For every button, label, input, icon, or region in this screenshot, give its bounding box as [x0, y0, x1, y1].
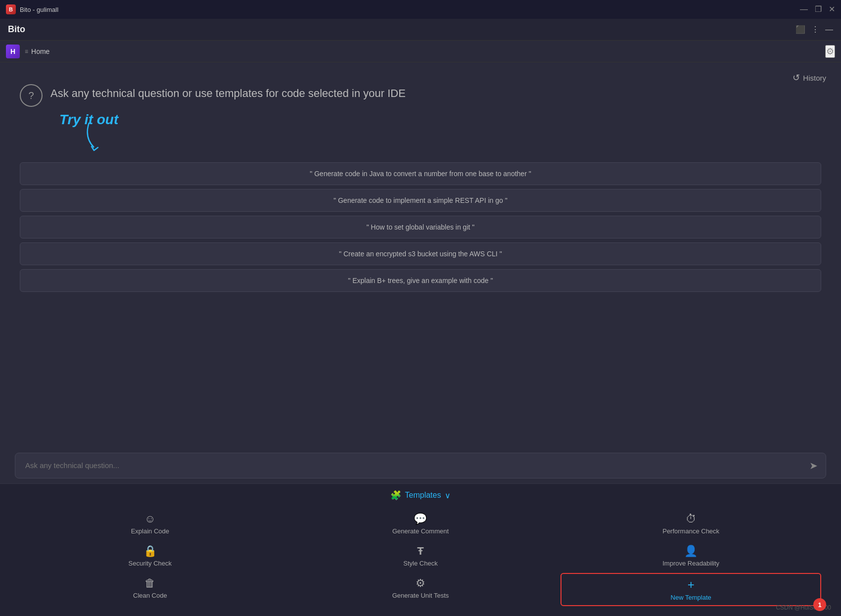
user-avatar: H	[6, 45, 20, 58]
close-button[interactable]: ✕	[829, 5, 835, 13]
explain-code-icon: ☺	[144, 513, 155, 525]
templates-grid-icon: 🧩	[390, 490, 401, 501]
template-clean-code[interactable]: 🗑 Clean Code	[20, 573, 280, 606]
history-button[interactable]: ↺ History	[793, 72, 826, 83]
template-generate-unit-tests[interactable]: ⚙ Generate Unit Tests	[290, 573, 551, 606]
settings-button[interactable]: ⚙	[825, 45, 835, 58]
generate-comment-icon: 💬	[414, 513, 427, 525]
history-label: History	[803, 74, 826, 82]
prompt-item[interactable]: " How to set global variables in git "	[20, 216, 821, 238]
template-performance-check[interactable]: ⏱ Performance Check	[561, 509, 821, 539]
more-options-button[interactable]: ⋮	[811, 25, 819, 34]
clean-code-icon: 🗑	[144, 577, 155, 590]
hero-question: ? Ask any technical question or use temp…	[20, 82, 821, 107]
prompt-item[interactable]: " Create an encrypted s3 bucket using th…	[20, 242, 821, 265]
question-input[interactable]	[25, 461, 801, 470]
history-icon: ↺	[793, 72, 800, 83]
tab-menu-icon: ≡	[25, 48, 28, 55]
performance-check-label: Performance Check	[662, 527, 719, 535]
input-wrapper: ➤	[15, 453, 826, 478]
send-button[interactable]: ➤	[809, 460, 818, 472]
template-improve-readability[interactable]: 👤 Improve Readability	[561, 541, 821, 571]
main-content: ↺ History ? Ask any technical question o…	[0, 62, 841, 616]
templates-grid: ☺ Explain Code 💬 Generate Comment ⏱ Perf…	[20, 509, 821, 606]
improve-readability-label: Improve Readability	[662, 560, 719, 567]
new-template-plus-icon: +	[688, 578, 695, 592]
step-badge: 1	[813, 598, 826, 611]
prompt-item[interactable]: " Explain B+ trees, give an example with…	[20, 269, 821, 292]
tab-bar: H ≡ Home ⚙	[0, 41, 841, 62]
tab-label-text: Home	[31, 47, 49, 55]
menu-bar-left: Bito	[8, 24, 25, 35]
question-icon: ?	[20, 84, 43, 107]
generate-unit-tests-label: Generate Unit Tests	[392, 592, 449, 599]
menu-bar: Bito ⬛ ⋮ —	[0, 19, 841, 41]
sample-prompts: " Generate code in Java to convert a num…	[20, 162, 821, 292]
performance-check-icon: ⏱	[686, 513, 697, 525]
generate-unit-tests-icon: ⚙	[416, 577, 425, 590]
bito-brand-title: Bito	[8, 24, 25, 35]
app-icon: B	[6, 4, 16, 14]
try-it-arrow	[79, 118, 119, 157]
template-security-check[interactable]: 🔒 Security Check	[20, 541, 280, 571]
generate-comment-label: Generate Comment	[392, 527, 449, 535]
prompt-item[interactable]: " Generate code in Java to convert a num…	[20, 162, 821, 185]
title-bar-left: B Bito - gulimall	[6, 4, 58, 14]
minimize-button[interactable]: —	[800, 5, 808, 13]
new-template-label: New Template	[671, 594, 711, 601]
security-check-label: Security Check	[129, 560, 172, 567]
style-check-icon: Ŧ	[417, 545, 423, 558]
title-bar: B Bito - gulimall — ❐ ✕	[0, 0, 841, 19]
home-tab[interactable]: ≡ Home	[25, 47, 49, 55]
templates-label: Templates	[405, 491, 441, 500]
prompt-item[interactable]: " Generate code to implement a simple RE…	[20, 189, 821, 212]
template-style-check[interactable]: Ŧ Style Check	[290, 541, 551, 571]
template-generate-comment[interactable]: 💬 Generate Comment	[290, 509, 551, 539]
clean-code-label: Clean Code	[133, 592, 167, 599]
hero-area: ? Ask any technical question or use temp…	[0, 62, 841, 453]
style-check-label: Style Check	[403, 560, 437, 567]
collapse-button[interactable]: —	[825, 25, 833, 34]
hero-description: Ask any technical question or use templa…	[50, 82, 406, 101]
templates-footer: 🧩 Templates ∨ ☺ Explain Code 💬 Generate …	[0, 483, 841, 616]
template-new-template[interactable]: + New Template 1	[561, 573, 821, 606]
maximize-button[interactable]: ❐	[815, 5, 822, 13]
tab-left: H ≡ Home	[6, 45, 49, 58]
templates-chevron[interactable]: ∨	[445, 491, 451, 500]
templates-header: 🧩 Templates ∨	[20, 490, 821, 501]
improve-readability-icon: 👤	[684, 545, 698, 558]
explain-code-label: Explain Code	[131, 527, 169, 535]
monitor-icon-button[interactable]: ⬛	[795, 25, 805, 34]
template-explain-code[interactable]: ☺ Explain Code	[20, 509, 280, 539]
security-check-icon: 🔒	[143, 545, 157, 558]
try-it-out-area: Try it out	[59, 112, 821, 128]
input-area: ➤	[0, 453, 841, 483]
menu-bar-right: ⬛ ⋮ —	[795, 25, 833, 34]
window-controls: — ❐ ✕	[800, 5, 835, 13]
app-title: Bito - gulimall	[20, 6, 58, 13]
